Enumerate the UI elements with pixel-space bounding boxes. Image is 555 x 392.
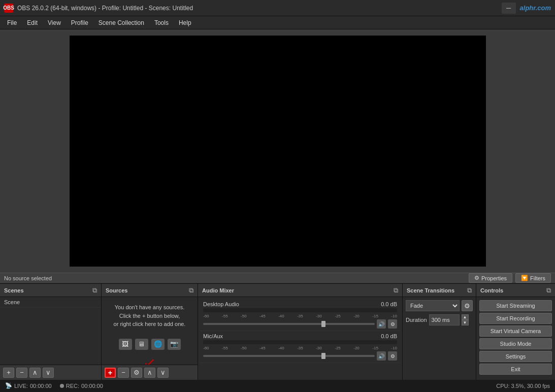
desktop-audio-name: Desktop Audio	[203, 301, 239, 307]
transitions-panel-header: Scene Transitions ⧉	[403, 284, 476, 297]
audio-mixer-panel: Audio Mixer ⧉ Desktop Audio 0.0 dB -60-5…	[198, 284, 403, 380]
scene-up-button[interactable]: ∧	[29, 368, 41, 378]
preview-area	[0, 29, 555, 273]
image-source-icon: 🖼	[119, 339, 132, 350]
preview-canvas	[70, 36, 486, 267]
live-time: 00:00:00	[30, 383, 52, 389]
app-icon: OBS	[4, 4, 13, 13]
menu-edit[interactable]: Edit	[22, 18, 43, 27]
scene-add-button[interactable]: +	[3, 368, 14, 378]
bottom-panels: Scenes ⧉ Scene + − ∧ ∨ Sources ⧉ You don…	[0, 283, 555, 380]
filters-icon: 🔽	[521, 275, 528, 281]
transition-select-row: Fade Cut Swipe ⚙	[406, 300, 473, 311]
live-label: LIVE:	[14, 383, 28, 389]
controls-header-title: Controls	[480, 287, 503, 293]
mic-aux-slider-thumb	[321, 353, 325, 359]
mic-aux-meter	[203, 340, 397, 344]
window-title: OBS 26.0.2 (64-bit, windows) - Profile: …	[17, 5, 502, 12]
desktop-audio-gear-button[interactable]: ⚙	[388, 319, 397, 329]
rec-time: 00:00:00	[81, 383, 103, 389]
controls-expand-icon[interactable]: ⧉	[546, 286, 551, 295]
scene-down-button[interactable]: ∨	[43, 368, 54, 378]
arrow-container: ↙	[102, 354, 198, 365]
duration-up-button[interactable]: ▲	[462, 314, 469, 320]
transition-gear-button[interactable]: ⚙	[462, 300, 473, 311]
duration-input[interactable]	[429, 314, 460, 325]
sources-panel-header: Sources ⧉	[102, 284, 198, 297]
scenes-expand-icon[interactable]: ⧉	[92, 286, 97, 295]
minimize-button[interactable]: ─	[502, 3, 516, 14]
settings-button[interactable]: Settings	[479, 351, 552, 362]
browser-source-icon: 🌐	[151, 339, 165, 350]
desktop-audio-db: 0.0 dB	[381, 301, 397, 307]
scenes-header-title: Scenes	[4, 287, 24, 293]
controls-panel-header: Controls ⧉	[476, 284, 555, 297]
mic-aux-labels: -60-55-50-45-40 -35-30-25-20-15-10	[203, 346, 397, 350]
desktop-audio-labels: -60-55-50-45-40 -35-30-25-20-15-10	[203, 314, 397, 318]
menu-help[interactable]: Help	[174, 18, 197, 27]
menubar: File Edit View Profile Scene Collection …	[0, 16, 555, 29]
desktop-audio-mute-button[interactable]: 🔊	[377, 319, 386, 329]
menu-tools[interactable]: Tools	[149, 18, 174, 27]
start-recording-button[interactable]: Start Recording	[479, 313, 552, 324]
audio-channels: Desktop Audio 0.0 dB -60-55-50-45-40 -35…	[198, 297, 402, 380]
desktop-audio-channel: Desktop Audio 0.0 dB -60-55-50-45-40 -35…	[200, 299, 400, 331]
sources-type-icons: 🖼 🖥 🌐 📷	[102, 335, 198, 354]
cpu-fps-text: CPU: 3.5%, 30.00 fps	[496, 383, 550, 389]
source-up-button[interactable]: ∧	[144, 368, 155, 378]
source-settings-button[interactable]: ⚙	[131, 368, 142, 378]
menu-profile[interactable]: Profile	[66, 18, 93, 27]
source-down-button[interactable]: ∨	[157, 368, 169, 378]
sources-expand-icon[interactable]: ⧉	[189, 286, 193, 295]
scenes-panel-header: Scenes ⧉	[0, 284, 101, 297]
mic-aux-controls: 🔊 ⚙	[203, 351, 397, 361]
controls-content: Start Streaming Start Recording Start Vi…	[476, 297, 555, 380]
desktop-audio-meter	[203, 308, 397, 312]
duration-label: Duration	[406, 317, 427, 323]
source-remove-button[interactable]: −	[118, 368, 129, 378]
desktop-audio-slider-thumb	[321, 321, 325, 327]
properties-button[interactable]: ⚙ Properties	[469, 273, 512, 283]
window-controls: ─	[502, 3, 516, 14]
controls-buttons: Start Streaming Start Recording Start Vi…	[476, 297, 555, 378]
filters-button[interactable]: 🔽 Filters	[515, 273, 551, 283]
audio-header-title: Audio Mixer	[202, 287, 234, 293]
studio-mode-button[interactable]: Studio Mode	[479, 338, 552, 349]
scene-item[interactable]: Scene	[0, 297, 101, 308]
menu-view[interactable]: View	[43, 18, 66, 27]
desktop-audio-header: Desktop Audio 0.0 dB	[203, 301, 397, 307]
mic-aux-mute-button[interactable]: 🔊	[377, 351, 386, 361]
live-status: 📡 LIVE: 00:00:00	[5, 382, 52, 389]
duration-down-button[interactable]: ▼	[462, 320, 469, 325]
duration-spinner: ▲ ▼	[462, 314, 469, 325]
audio-expand-icon[interactable]: ⧉	[394, 286, 398, 295]
transitions-content: Fade Cut Swipe ⚙ Duration ▲ ▼	[403, 297, 476, 380]
brand-logo: alphr.com	[520, 4, 551, 12]
duration-row: Duration ▲ ▼	[406, 314, 473, 325]
source-add-button[interactable]: +	[105, 368, 116, 378]
controls-panel: Controls ⧉ Start Streaming Start Recordi…	[476, 284, 555, 380]
cpu-fps-status: CPU: 3.5%, 30.00 fps	[496, 383, 550, 389]
sources-bar: No source selected ⚙ Properties 🔽 Filter…	[0, 273, 555, 283]
start-streaming-button[interactable]: Start Streaming	[479, 300, 552, 311]
start-virtual-camera-button[interactable]: Start Virtual Camera	[479, 325, 552, 337]
sources-footer: + − ⚙ ∧ ∨	[102, 365, 198, 380]
desktop-audio-slider[interactable]	[203, 323, 375, 325]
mic-aux-slider[interactable]	[203, 355, 375, 357]
transition-select[interactable]: Fade Cut Swipe	[406, 300, 460, 311]
rec-status-dot	[60, 384, 64, 388]
mic-aux-gear-button[interactable]: ⚙	[388, 351, 397, 361]
transitions-expand-icon[interactable]: ⧉	[467, 286, 472, 295]
statusbar: 📡 LIVE: 00:00:00 REC: 00:00:00 CPU: 3.5%…	[0, 379, 555, 392]
mic-aux-header: Mic/Aux 0.0 dB	[203, 333, 397, 339]
scenes-list: Scene	[0, 297, 101, 365]
exit-button[interactable]: Exit	[479, 364, 552, 375]
scene-remove-button[interactable]: −	[16, 368, 27, 378]
transitions-header-title: Scene Transitions	[407, 287, 454, 293]
rec-status: REC: 00:00:00	[60, 383, 103, 389]
sources-content[interactable]: You don't have any sources. Click the + …	[102, 297, 198, 365]
down-arrow-icon: ↙	[143, 354, 156, 365]
live-icon: 📡	[5, 382, 12, 389]
menu-file[interactable]: File	[2, 18, 22, 27]
menu-scene-collection[interactable]: Scene Collection	[93, 18, 149, 27]
